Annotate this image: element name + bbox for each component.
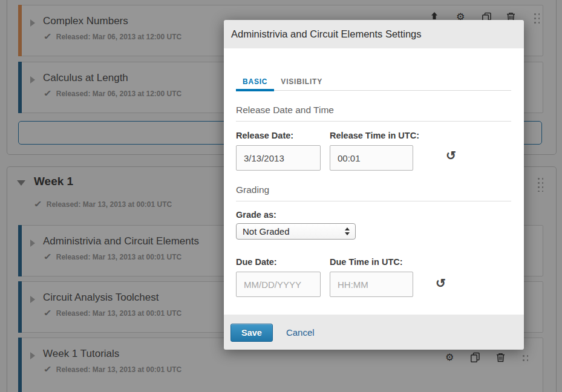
grade-as-row: Grade as: bbox=[236, 210, 511, 220]
release-date-label: Release Date: bbox=[236, 131, 293, 140]
release-inputs-row: ↺ bbox=[236, 145, 511, 171]
release-labels-row: Release Date: Release Time in UTC: bbox=[236, 130, 511, 141]
select-spinner-icon bbox=[345, 227, 350, 235]
modal-content: BASIC VISIBILITY Release Date and Time R… bbox=[224, 48, 524, 315]
grade-select[interactable]: Not Graded bbox=[236, 223, 356, 240]
grading-section-heading: Grading bbox=[236, 185, 511, 201]
tab-basic[interactable]: BASIC bbox=[236, 77, 274, 91]
modal-footer: Save Cancel bbox=[224, 315, 524, 350]
due-date-input[interactable] bbox=[236, 272, 321, 297]
release-time-input[interactable] bbox=[330, 145, 413, 171]
due-date-label: Due Date: bbox=[236, 257, 277, 267]
modal-title: Administrivia and Circuit Elements Setti… bbox=[231, 28, 422, 40]
release-time-label: Release Time in UTC: bbox=[330, 131, 419, 140]
due-labels-row: Due Date: Due Time in UTC: bbox=[236, 256, 511, 267]
tab-visibility[interactable]: VISIBILITY bbox=[274, 77, 329, 90]
subsection-settings-modal: Administrivia and Circuit Elements Setti… bbox=[224, 20, 524, 350]
settings-tabs: BASIC VISIBILITY bbox=[236, 77, 511, 91]
grade-as-label: Grade as: bbox=[236, 210, 276, 220]
modal-header: Administrivia and Circuit Elements Setti… bbox=[224, 20, 524, 48]
grade-select-value: Not Graded bbox=[243, 226, 290, 237]
due-time-input[interactable] bbox=[330, 272, 413, 297]
due-inputs-row: ↺ bbox=[236, 272, 511, 297]
reset-release-icon[interactable]: ↺ bbox=[446, 149, 456, 162]
course-outline-page: Complex Numbers ✓Released: Mar 06, 2013 … bbox=[0, 0, 562, 392]
save-button[interactable]: Save bbox=[230, 324, 273, 342]
release-date-input[interactable] bbox=[236, 145, 321, 171]
reset-due-icon[interactable]: ↺ bbox=[436, 277, 446, 289]
due-time-label: Due Time in UTC: bbox=[330, 257, 403, 267]
release-section-heading: Release Date and Time bbox=[236, 105, 511, 122]
cancel-button[interactable]: Cancel bbox=[286, 327, 315, 338]
